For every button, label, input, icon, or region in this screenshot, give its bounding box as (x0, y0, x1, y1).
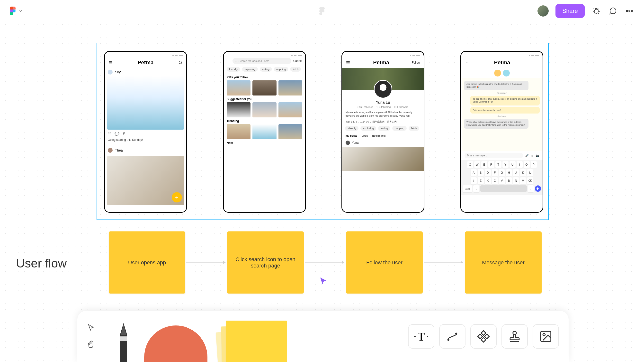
key: O (524, 161, 530, 168)
spacebar (480, 186, 527, 192)
mockup-chat[interactable]: ← Petma Add emojis to text using the sho… (460, 51, 543, 213)
stamp-tool-button[interactable] (502, 324, 528, 348)
menu-icon (227, 59, 230, 63)
search-placeholder: Search for tags and users (238, 59, 269, 62)
svg-point-5 (179, 61, 182, 64)
tag: exploring (242, 67, 258, 72)
more-icon[interactable] (624, 6, 634, 16)
key: . (528, 186, 534, 192)
tag: friendly (345, 126, 358, 131)
key: K (520, 169, 526, 176)
key: Y (502, 161, 508, 168)
message-field (464, 153, 523, 158)
multiplayer-cursor-icon (318, 276, 328, 286)
back-icon: ← (464, 60, 470, 65)
section-title: Suggested for you (226, 95, 303, 102)
svg-point-4 (631, 10, 632, 12)
tab: Bookmarks (372, 134, 386, 137)
sticky-text: User opens app (128, 259, 166, 266)
profile-followers: 611 followers (394, 106, 408, 108)
backspace-key-icon: ⌫ (527, 177, 533, 184)
flow-label: User flow (16, 256, 67, 270)
sticky-text: Message the user (482, 259, 524, 266)
key: E (481, 161, 488, 168)
key: I (516, 161, 523, 168)
sticky-note[interactable]: User opens app (109, 231, 185, 294)
feed-user: Sky (107, 68, 184, 76)
comment-icon[interactable] (608, 6, 618, 16)
profile-post: Yuna (344, 139, 422, 147)
profile-post-image (342, 147, 424, 171)
select-tool-icon[interactable] (87, 323, 95, 333)
key: D (485, 169, 491, 176)
marker-tool-icon[interactable] (118, 323, 130, 362)
chevron-down-icon[interactable] (18, 9, 23, 13)
key: G (499, 169, 505, 176)
sticky-tool-icon[interactable] (217, 321, 285, 362)
svg-point-9 (543, 333, 545, 336)
bug-icon[interactable] (592, 6, 601, 16)
search-input: ⌕Search for tags and users (232, 58, 291, 64)
feed-user-2: Thea (107, 146, 184, 154)
status-bar (463, 54, 541, 57)
sticky-note[interactable]: Message the user (465, 231, 542, 294)
chat-bubble: Auto layout is so useful here! (470, 107, 540, 114)
tag-row: friendly exploring eating napping fetch (226, 65, 303, 74)
key: C (492, 177, 498, 184)
shape-tool-icon[interactable] (144, 325, 208, 362)
key: H (506, 169, 512, 176)
connector-tool-button[interactable] (439, 324, 466, 348)
image-tool-button[interactable] (532, 324, 559, 348)
svg-point-1 (594, 9, 598, 14)
flow-arrow (186, 262, 225, 263)
key: U (510, 161, 516, 168)
figjam-canvas[interactable]: Share Petma Sky ♡ (0, 0, 644, 362)
mockup-feed[interactable]: Petma Sky ♡ 💬 ⎘ Going soaring this Sunda… (104, 51, 187, 213)
app-header: Petma (107, 57, 184, 68)
feed-username: Thea (115, 148, 123, 152)
key: F (492, 169, 498, 176)
key: X (485, 177, 491, 184)
hand-tool-icon[interactable] (87, 340, 95, 349)
flow-arrow (424, 262, 462, 263)
avatar-icon (494, 70, 501, 77)
tool-mode-column (87, 323, 103, 349)
svg-rect-6 (120, 336, 127, 341)
feed-image-2: + (107, 156, 184, 205)
profile-name: Yuna Lu (344, 100, 422, 105)
text-tool-button[interactable]: T (408, 324, 434, 348)
sticky-note[interactable]: Click search icon to open search page (227, 231, 304, 294)
key: J (513, 169, 519, 176)
profile-stats: San Francisco 184 following 611 follower… (344, 106, 422, 108)
flow-arrow (305, 262, 344, 263)
topbar-right: Share (538, 4, 634, 18)
widgets-tool-button[interactable] (470, 324, 496, 348)
menu-icon (108, 60, 113, 65)
tag: friendly (227, 67, 240, 72)
image-grid (226, 124, 303, 139)
figma-logo-icon[interactable] (10, 7, 16, 15)
profile-avatar (374, 80, 392, 98)
figma-mono-icon (319, 7, 325, 15)
sticky-note[interactable]: Follow the user (346, 231, 423, 294)
share-button[interactable]: Share (556, 4, 585, 18)
bio-line: My name is Yuna, and I'm a 4 year old Sh… (346, 111, 420, 118)
section-title: Now (226, 139, 303, 146)
key: W (474, 161, 480, 168)
tab: Likes (362, 134, 368, 137)
user-avatar[interactable] (538, 5, 549, 17)
topbar-left (10, 7, 23, 15)
bookmark-icon: ⎘ (123, 131, 125, 136)
sticky-text: Follow the user (366, 259, 402, 266)
mockup-search[interactable]: ⌕Search for tags and users Cancel friend… (223, 51, 306, 213)
tag: fetch (408, 126, 419, 131)
post-username: Yuna (352, 141, 358, 144)
mic-icon: 🎤 (525, 154, 529, 157)
mockup-profile[interactable]: Petma Follow Yuna Lu San Francisco 184 f… (342, 51, 424, 213)
app-header: Petma Follow (344, 57, 422, 68)
svg-point-0 (322, 10, 324, 13)
topbar-center (319, 7, 325, 15)
key: P (531, 161, 537, 168)
feed-username: Sky (115, 70, 121, 74)
bio-line: 初めまして、ユナです。四年歳柴犬、世界の犬！ (346, 120, 420, 123)
